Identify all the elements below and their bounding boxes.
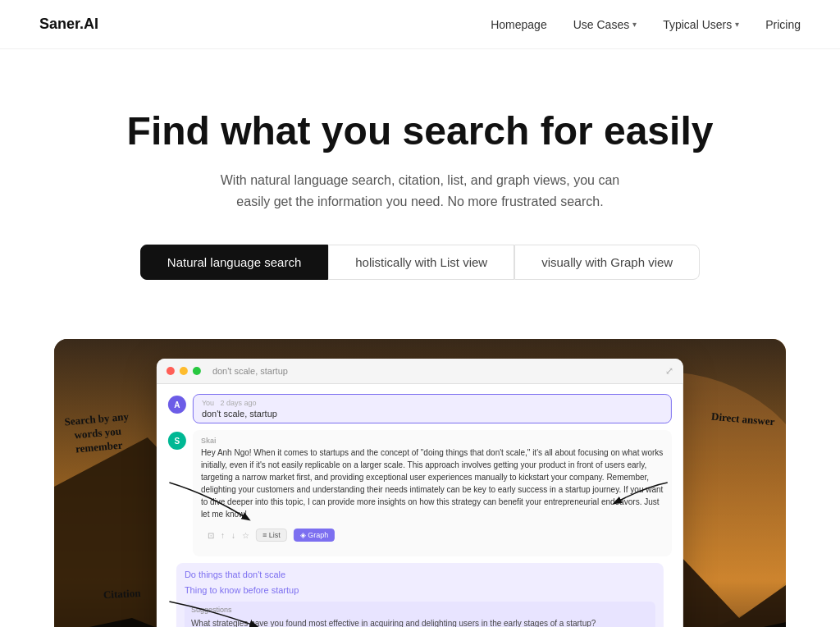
- user-meta: You 2 days ago: [202, 399, 663, 407]
- thumbs-down-icon[interactable]: ↓: [231, 531, 235, 540]
- action-bar: ⊡ ↑ ↓ ☆ ≡ List ◈ Graph: [201, 525, 664, 545]
- nav-links: Homepage Use Cases ▾ Typical Users ▾ Pri…: [491, 18, 801, 31]
- expand-icon[interactable]: ⤢: [665, 365, 673, 377]
- annotation-search: Search by anywords youremember: [64, 410, 132, 457]
- hero-title: Find what you search for easily: [20, 108, 820, 153]
- nav-use-cases[interactable]: Use Cases ▾: [573, 18, 637, 31]
- brand-logo[interactable]: Saner.AI: [39, 16, 98, 33]
- hero-subtitle: With natural language search, citation, …: [215, 170, 625, 212]
- window-content: A You 2 days ago don't scale, startup S: [157, 384, 683, 627]
- hero-section: Find what you search for easily With nat…: [0, 49, 840, 339]
- nav-homepage[interactable]: Homepage: [491, 18, 547, 31]
- app-window: don't scale, startup ⤢ A You 2 days ago …: [157, 359, 683, 627]
- window-title: don't scale, startup: [212, 366, 288, 376]
- window-minimize-btn[interactable]: [180, 367, 188, 375]
- user-bubble: You 2 days ago don't scale, startup: [193, 394, 672, 423]
- skai-response-text: Hey Anh Ngo! When it comes to startups a…: [201, 446, 664, 520]
- list-btn[interactable]: ≡ List: [256, 529, 287, 542]
- tab-list-view[interactable]: holistically with List view: [328, 245, 514, 280]
- skai-avatar: S: [168, 432, 186, 450]
- annotation-citation: Citation: [103, 587, 141, 602]
- related-link-1[interactable]: Do things that don't scale: [185, 568, 655, 581]
- skai-meta: Skai: [201, 437, 664, 445]
- related-link-2[interactable]: Thing to know before startup: [185, 584, 655, 597]
- suggestions-label: Suggestions: [191, 606, 649, 614]
- related-links: Do things that don't scale Thing to know…: [168, 563, 672, 627]
- screenshot-container: don't scale, startup ⤢ A You 2 days ago …: [34, 339, 806, 627]
- annotation-direct-answer: Direct answer: [710, 410, 775, 430]
- user-avatar: A: [168, 396, 186, 414]
- user-msg-text: don't scale, startup: [202, 409, 663, 419]
- tab-graph-view[interactable]: visually with Graph view: [514, 245, 700, 280]
- chevron-down-icon: ▾: [632, 20, 637, 29]
- star-icon[interactable]: ☆: [242, 531, 249, 540]
- navigation: Saner.AI Homepage Use Cases ▾ Typical Us…: [0, 0, 840, 49]
- screenshot-background: don't scale, startup ⤢ A You 2 days ago …: [54, 339, 786, 627]
- skai-message: S Skai Hey Anh Ngo! When it comes to sta…: [168, 430, 672, 556]
- nav-pricing[interactable]: Pricing: [765, 18, 801, 31]
- window-toolbar: don't scale, startup ⤢: [157, 359, 683, 384]
- feature-tabs: Natural language search holistically wit…: [20, 245, 820, 280]
- suggestion-item[interactable]: What strategies have you found most effe…: [191, 617, 649, 627]
- copy-icon[interactable]: ⊡: [208, 531, 214, 540]
- skai-bubble: Skai Hey Anh Ngo! When it comes to start…: [193, 430, 672, 556]
- window-maximize-btn[interactable]: [193, 367, 201, 375]
- thumbs-up-icon[interactable]: ↑: [221, 531, 225, 540]
- nav-typical-users[interactable]: Typical Users ▾: [663, 18, 739, 31]
- window-close-btn[interactable]: [167, 367, 175, 375]
- user-message: A You 2 days ago don't scale, startup: [168, 394, 672, 423]
- tab-natural-language[interactable]: Natural language search: [140, 245, 328, 280]
- graph-btn[interactable]: ◈ Graph: [294, 529, 336, 542]
- chevron-down-icon: ▾: [735, 20, 739, 29]
